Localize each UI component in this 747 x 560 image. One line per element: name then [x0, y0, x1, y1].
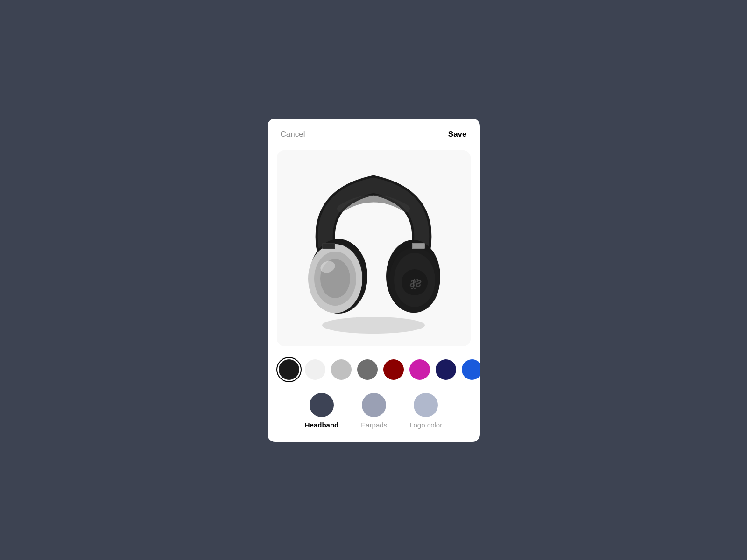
svg-rect-20: [413, 244, 424, 248]
color-swatch-magenta[interactable]: [409, 359, 430, 380]
color-swatches-row: [268, 354, 480, 385]
color-swatch-medium-gray[interactable]: [357, 359, 378, 380]
part-circle-earpads: [362, 393, 386, 417]
headphones-illustration: HEADPHONES ꙅꙅ ∫∫: [294, 160, 453, 337]
cancel-button[interactable]: Cancel: [281, 130, 305, 139]
part-selector: HeadbandEarpadsLogo color: [268, 385, 480, 442]
product-preview: HEADPHONES ꙅꙅ ∫∫: [277, 150, 471, 346]
svg-point-0: [322, 317, 425, 334]
svg-rect-18: [323, 244, 334, 248]
customizer-modal: Cancel Save: [268, 119, 480, 442]
color-swatch-white[interactable]: [305, 359, 325, 380]
color-swatch-dark-red[interactable]: [383, 359, 404, 380]
color-swatch-light-gray[interactable]: [331, 359, 352, 380]
color-swatch-dark-navy[interactable]: [436, 359, 456, 380]
part-label-logo-color: Logo color: [409, 421, 442, 429]
modal-header: Cancel Save: [268, 119, 480, 147]
part-item-earpads[interactable]: Earpads: [361, 393, 387, 429]
color-swatch-blue[interactable]: [462, 359, 480, 380]
part-item-logo-color[interactable]: Logo color: [409, 393, 442, 429]
save-button[interactable]: Save: [448, 130, 467, 139]
color-swatch-black[interactable]: [279, 359, 299, 380]
svg-text:∫∫: ∫∫: [411, 277, 418, 289]
part-label-earpads: Earpads: [361, 421, 387, 429]
part-item-headband[interactable]: Headband: [305, 393, 339, 429]
part-circle-headband: [310, 393, 334, 417]
part-circle-logo-color: [414, 393, 438, 417]
part-label-headband: Headband: [305, 421, 339, 429]
